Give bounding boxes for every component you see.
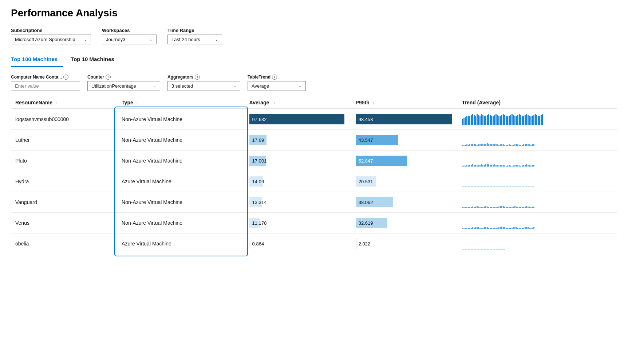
table-row[interactable]: logstashvmssub000000Non-Azure Virtual Ma…	[11, 109, 617, 130]
cell-average: 17.69	[245, 130, 351, 151]
computer-name-info-icon: i	[63, 75, 68, 80]
tab-top100[interactable]: Top 100 Machines	[11, 53, 63, 67]
workspaces-filter-group: Workspaces Journey3 ⌄	[102, 28, 157, 44]
aggregators-chevron-icon: ⌄	[233, 84, 236, 88]
table-filters-row: Computer Name Conta... i Counter i Utili…	[11, 75, 617, 91]
subscriptions-chevron-icon: ⌄	[84, 37, 87, 42]
cell-p95: 32.619	[351, 213, 458, 233]
trend-cell	[462, 154, 613, 167]
col-header-p95[interactable]: P95th ↑↓	[351, 97, 458, 109]
cell-resource: Luther	[11, 130, 117, 151]
col-header-type[interactable]: Type ↑↓	[117, 97, 245, 109]
cell-resource: Venus	[11, 213, 117, 233]
page-title: Performance Analysis	[11, 7, 617, 19]
trend-cell	[462, 216, 613, 229]
cell-resource: obelia	[11, 233, 117, 254]
cell-p95: 2.022	[351, 233, 458, 254]
cell-trend	[458, 233, 617, 254]
table-row[interactable]: VenusNon-Azure Virtual Machine11.17832.6…	[11, 213, 617, 233]
cell-trend	[458, 171, 617, 192]
trend-cell	[462, 133, 613, 147]
counter-info-icon: i	[106, 75, 111, 80]
counter-label: Counter i	[87, 75, 160, 80]
sort-icon-type: ↑↓	[136, 101, 140, 105]
cell-average: 13.314	[245, 192, 351, 213]
cell-type: Non-Azure Virtual Machine	[117, 109, 245, 130]
sort-icon-p95: ↑↓	[372, 101, 376, 105]
cell-p95: 38.062	[351, 192, 458, 213]
trend-cell	[462, 113, 613, 126]
counter-filter-group: Counter i UtilizationPercentage ⌄	[87, 75, 160, 91]
computer-name-input[interactable]	[11, 81, 80, 91]
cell-average: 0.864	[245, 233, 351, 254]
table-row[interactable]: PlutoNon-Azure Virtual Machine17.00152.8…	[11, 151, 617, 171]
subscriptions-dropdown[interactable]: Microsoft Azure Sponsorship ⌄	[11, 35, 91, 44]
tabletrend-info-icon: i	[272, 75, 277, 80]
cell-type: Azure Virtual Machine	[117, 171, 245, 192]
tabletrend-label: TableTrend i	[248, 75, 306, 80]
cell-type: Non-Azure Virtual Machine	[117, 151, 245, 171]
tabletrend-value: Average	[252, 83, 269, 89]
col-header-resource[interactable]: ResourceName ↑↓	[11, 97, 117, 109]
cell-resource: Pluto	[11, 151, 117, 171]
timerange-filter-group: Time Range Last 24 hours ⌄	[167, 28, 222, 44]
cell-trend	[458, 151, 617, 171]
timerange-label: Time Range	[167, 28, 222, 33]
aggregators-value: 3 selected	[171, 83, 193, 89]
subscriptions-value: Microsoft Azure Sponsorship	[15, 37, 75, 42]
aggregators-filter-group: Aggregators i 3 selected ⌄	[167, 75, 240, 91]
timerange-value: Last 24 hours	[171, 37, 200, 42]
table-row[interactable]: VanguardNon-Azure Virtual Machine13.3143…	[11, 192, 617, 213]
subscriptions-label: Subscriptions	[11, 28, 91, 33]
aggregators-info-icon: i	[195, 75, 200, 80]
table-row[interactable]: HydraAzure Virtual Machine14.0920.531	[11, 171, 617, 192]
tabs-row: Top 100 Machines Top 10 Machines	[11, 53, 617, 67]
cell-average: 97.632	[245, 109, 351, 130]
table-row[interactable]: LutherNon-Azure Virtual Machine17.6943.5…	[11, 130, 617, 151]
cell-p95: 98.458	[351, 109, 458, 130]
counter-chevron-icon: ⌄	[153, 84, 156, 88]
table-header-row: ResourceName ↑↓ Type ↑↓ Average ↑↓ P95th…	[11, 97, 617, 109]
counter-value: UtilizationPercentage	[91, 83, 136, 89]
cell-p95: 52.847	[351, 151, 458, 171]
workspaces-dropdown[interactable]: Journey3 ⌄	[102, 35, 157, 44]
sort-icon-resource: ↑↓	[55, 101, 59, 105]
page-container: Performance Analysis Subscriptions Micro…	[0, 0, 628, 261]
col-header-trend: Trend (Average)	[458, 97, 617, 109]
aggregators-label: Aggregators i	[167, 75, 240, 80]
cell-average: 17.001	[245, 151, 351, 171]
cell-trend	[458, 109, 617, 130]
col-header-average[interactable]: Average ↑↓	[245, 97, 351, 109]
cell-type: Non-Azure Virtual Machine	[117, 213, 245, 233]
timerange-chevron-icon: ⌄	[215, 37, 218, 42]
trend-cell	[462, 196, 613, 209]
tab-top10[interactable]: Top 10 Machines	[71, 53, 120, 67]
tabletrend-chevron-icon: ⌄	[299, 84, 302, 88]
timerange-dropdown[interactable]: Last 24 hours ⌄	[167, 35, 222, 44]
tabletrend-filter-group: TableTrend i Average ⌄	[248, 75, 306, 91]
tabletrend-dropdown[interactable]: Average ⌄	[248, 81, 306, 91]
cell-trend	[458, 213, 617, 233]
filters-row: Subscriptions Microsoft Azure Sponsorshi…	[11, 28, 617, 44]
cell-type: Azure Virtual Machine	[117, 233, 245, 254]
subscriptions-filter-group: Subscriptions Microsoft Azure Sponsorshi…	[11, 28, 91, 44]
cell-resource: Vanguard	[11, 192, 117, 213]
table-row[interactable]: obeliaAzure Virtual Machine0.8642.022	[11, 233, 617, 254]
cell-type: Non-Azure Virtual Machine	[117, 130, 245, 151]
cell-average: 11.178	[245, 213, 351, 233]
workspaces-chevron-icon: ⌄	[149, 37, 153, 42]
cell-p95: 43.547	[351, 130, 458, 151]
computer-name-label: Computer Name Conta... i	[11, 75, 80, 80]
counter-dropdown[interactable]: UtilizationPercentage ⌄	[87, 81, 160, 91]
trend-cell	[462, 175, 613, 188]
workspaces-label: Workspaces	[102, 28, 157, 33]
cell-average: 14.09	[245, 171, 351, 192]
aggregators-dropdown[interactable]: 3 selected ⌄	[167, 81, 240, 91]
sort-icon-average: ↑↓	[272, 101, 276, 105]
computer-name-filter-group: Computer Name Conta... i	[11, 75, 80, 91]
cell-trend	[458, 130, 617, 151]
workspaces-value: Journey3	[106, 37, 125, 42]
cell-resource: Hydra	[11, 171, 117, 192]
cell-resource: logstashvmssub000000	[11, 109, 117, 130]
trend-cell	[462, 237, 613, 250]
